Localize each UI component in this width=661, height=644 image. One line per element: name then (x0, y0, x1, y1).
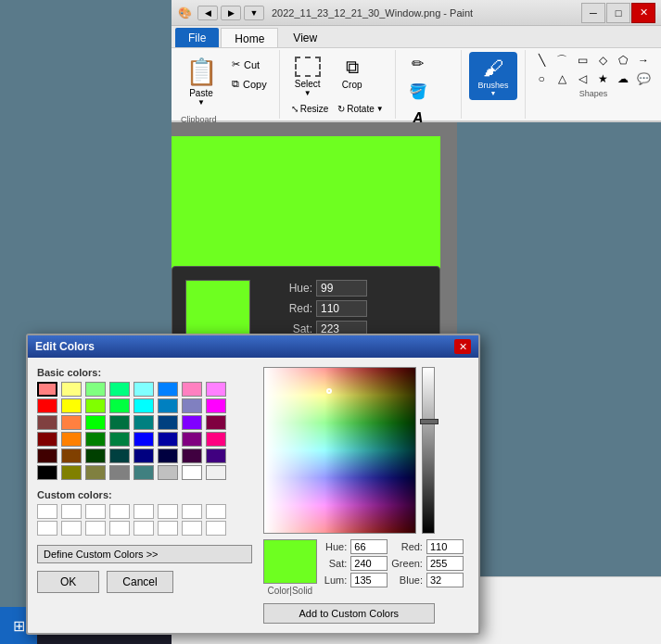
luminance-bar[interactable] (422, 367, 435, 534)
title-ctrl-1[interactable]: ◀ (197, 6, 218, 20)
custom-swatch-15[interactable] (182, 521, 202, 536)
lum-slider[interactable] (420, 419, 439, 424)
basic-swatch-43[interactable] (109, 465, 130, 480)
basic-swatch-21[interactable] (158, 415, 178, 430)
shape-tri[interactable]: △ (553, 70, 570, 87)
maximize-btn[interactable]: □ (606, 3, 630, 23)
basic-swatch-4[interactable] (133, 382, 154, 397)
basic-swatch-8[interactable] (37, 398, 57, 413)
tab-view[interactable]: View (280, 28, 330, 47)
basic-swatch-29[interactable] (158, 432, 178, 447)
basic-swatch-46[interactable] (182, 465, 202, 480)
shape-callout[interactable]: 💬 (635, 70, 652, 87)
custom-swatch-13[interactable] (133, 521, 154, 536)
custom-swatch-7[interactable] (182, 504, 202, 519)
shape-line[interactable]: ╲ (533, 52, 550, 69)
basic-swatch-36[interactable] (133, 448, 154, 463)
brushes-btn[interactable]: 🖌 Brushes ▼ (469, 52, 517, 100)
basic-swatch-40[interactable] (37, 465, 57, 480)
resize-button[interactable]: ⤡ Resize (287, 102, 333, 116)
basic-swatch-32[interactable] (37, 448, 57, 463)
dialog-ok-btn[interactable]: OK (37, 571, 99, 593)
basic-swatch-19[interactable] (109, 415, 130, 430)
title-ctrl-2[interactable]: ▶ (221, 6, 241, 20)
basic-swatch-44[interactable] (133, 465, 154, 480)
shape-arrow[interactable]: → (635, 52, 652, 69)
basic-swatch-23[interactable] (206, 415, 226, 430)
crop-button[interactable]: ⧉ Crop (332, 52, 373, 100)
basic-swatch-2[interactable] (85, 382, 106, 397)
custom-swatch-10[interactable] (61, 521, 82, 536)
basic-swatch-47[interactable] (206, 465, 226, 480)
tab-home[interactable]: Home (221, 28, 278, 47)
shape-star[interactable]: ★ (594, 70, 611, 87)
custom-swatch-16[interactable] (206, 521, 226, 536)
custom-swatch-11[interactable] (85, 521, 106, 536)
basic-swatch-17[interactable] (61, 415, 82, 430)
basic-swatch-0[interactable] (37, 382, 57, 397)
dialog-lum-input[interactable] (350, 573, 388, 587)
copy-button[interactable]: ⧉ Copy (227, 75, 272, 93)
basic-swatch-7[interactable] (206, 382, 226, 397)
spectrum-container[interactable] (263, 367, 435, 534)
custom-swatch-2[interactable] (61, 504, 82, 519)
pencil-tool[interactable]: ✏ (403, 52, 433, 78)
shape-curve[interactable]: ⌒ (553, 52, 570, 69)
basic-swatch-6[interactable] (182, 382, 202, 397)
basic-swatch-31[interactable] (206, 432, 226, 447)
custom-swatch-5[interactable] (133, 504, 154, 519)
shape-rtri[interactable]: ◁ (574, 70, 591, 87)
shape-diamond[interactable]: ◇ (594, 52, 611, 69)
red-input[interactable] (316, 300, 367, 317)
basic-swatch-10[interactable] (85, 398, 106, 413)
basic-swatch-20[interactable] (133, 415, 154, 430)
basic-swatch-22[interactable] (182, 415, 202, 430)
custom-swatch-3[interactable] (85, 504, 106, 519)
title-ctrl-3[interactable]: ▼ (244, 6, 264, 20)
basic-swatch-38[interactable] (182, 448, 202, 463)
dialog-cancel-btn[interactable]: Cancel (107, 571, 172, 593)
basic-swatch-24[interactable] (37, 432, 57, 447)
shape-pentagon[interactable]: ⬠ (615, 52, 631, 69)
add-custom-btn[interactable]: Add to Custom Colors (263, 603, 435, 624)
basic-swatch-26[interactable] (85, 432, 106, 447)
basic-swatch-9[interactable] (61, 398, 82, 413)
custom-swatch-6[interactable] (158, 504, 178, 519)
basic-swatch-34[interactable] (85, 448, 106, 463)
basic-swatch-42[interactable] (85, 465, 106, 480)
basic-swatch-5[interactable] (158, 382, 178, 397)
dialog-hue-input[interactable] (350, 539, 388, 554)
basic-swatch-1[interactable] (61, 382, 82, 397)
basic-swatch-25[interactable] (61, 432, 82, 447)
shape-oval[interactable]: ○ (533, 70, 550, 87)
rotate-button[interactable]: ↻ Rotate ▼ (334, 102, 387, 116)
define-custom-btn[interactable]: Define Custom Colors >> (37, 545, 252, 563)
dialog-blue-input[interactable] (426, 573, 464, 587)
custom-swatch-1[interactable] (37, 504, 57, 519)
custom-swatch-12[interactable] (109, 521, 130, 536)
cut-button[interactable]: ✂ Cut (227, 56, 272, 73)
custom-swatch-4[interactable] (109, 504, 130, 519)
basic-swatch-13[interactable] (158, 398, 178, 413)
dialog-green-input[interactable] (426, 556, 464, 571)
hue-input[interactable] (316, 280, 367, 297)
dialog-sat-input[interactable] (350, 556, 388, 571)
custom-swatch-9[interactable] (37, 521, 57, 536)
tab-file[interactable]: File (175, 28, 219, 47)
basic-swatch-18[interactable] (85, 415, 106, 430)
basic-swatch-41[interactable] (61, 465, 82, 480)
custom-swatch-8[interactable] (206, 504, 226, 519)
basic-swatch-12[interactable] (133, 398, 154, 413)
basic-swatch-14[interactable] (182, 398, 202, 413)
basic-swatch-16[interactable] (37, 415, 57, 430)
basic-swatch-28[interactable] (133, 432, 154, 447)
custom-swatch-14[interactable] (158, 521, 178, 536)
minimize-btn[interactable]: ─ (581, 3, 605, 23)
spectrum-gradient[interactable] (263, 367, 416, 534)
basic-swatch-15[interactable] (206, 398, 226, 413)
basic-swatch-3[interactable] (109, 382, 130, 397)
shape-rect[interactable]: ▭ (574, 52, 591, 69)
dialog-red-input[interactable] (426, 539, 464, 554)
basic-swatch-11[interactable] (109, 398, 130, 413)
basic-swatch-30[interactable] (182, 432, 202, 447)
